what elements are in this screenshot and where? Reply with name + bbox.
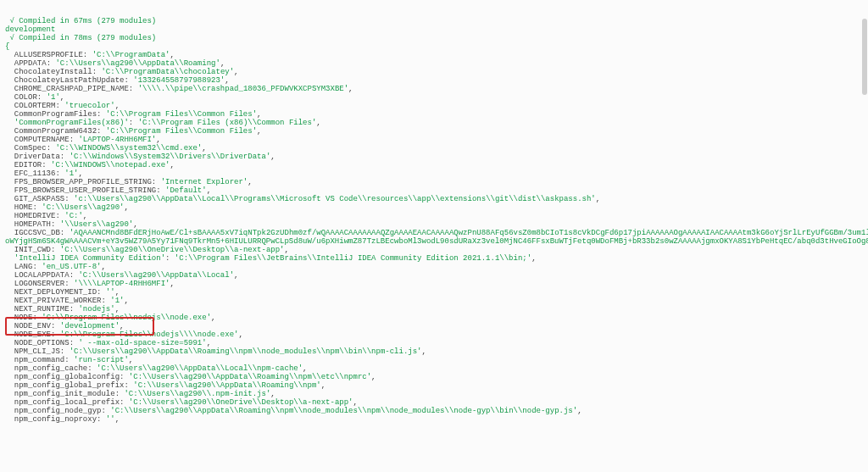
env-var-line: CommonProgramW6432: 'C:\\Program Files\\… [5, 127, 863, 136]
env-var-line: npm_config_cache: 'C:\\Users\\ag290\\App… [5, 364, 863, 373]
env-var-line: CHROME_CRASHPAD_PIPE_NAME: '\\\\.\\pipe\… [5, 85, 863, 93]
output-line: development [5, 25, 863, 34]
env-var-line: ChocolateyLastPathUpdate: '1332645587979… [5, 76, 863, 85]
compile-status-line: √ Compiled in 78ms (279 modules) [5, 34, 863, 42]
env-var-line: APPDATA: 'C:\\Users\\ag290\\AppData\\Roa… [5, 59, 863, 68]
env-var-line: COLORTERM: 'truecolor', [5, 102, 863, 110]
env-var-line: npm_config_node_gyp: 'C:\\Users\\ag290\\… [5, 407, 863, 415]
env-var-line: NEXT_PRIVATE_WORKER: '1', [5, 297, 863, 305]
env-var-line: NODE_EXE: 'C:\\Program Files\\nodejs\\\\… [5, 330, 863, 339]
env-var-line: LANG: 'en_US.UTF-8', [5, 263, 863, 271]
compile-status-line: √ Compiled in 67ms (279 modules) [5, 17, 863, 25]
env-var-line: NODE_ENV: 'development', [5, 322, 863, 330]
env-var-line: NEXT_RUNTIME: 'nodejs', [5, 305, 863, 314]
env-var-line: INIT_CWD: 'C:\\Users\\ag290\\OneDrive\\D… [5, 246, 863, 254]
env-var-line: COMPUTERNAME: 'LAPTOP-4RHH6MFI', [5, 136, 863, 144]
env-var-line: FPS_BROWSER_USER_PROFILE_STRING: 'Defaul… [5, 186, 863, 195]
env-var-line: npm_config_globalconfig: 'C:\\Users\\ag2… [5, 373, 863, 381]
scrollbar[interactable] [861, 0, 868, 472]
env-var-line: LOGONSERVER: '\\\\LAPTOP-4RHH6MFI', [5, 280, 863, 288]
env-var-line: 'CommonProgramFiles(x86)': 'C:\\Program … [5, 119, 863, 127]
env-var-line: GIT_ASKPASS: 'c:\\Users\\ag290\\AppData\… [5, 195, 863, 203]
env-var-line: 'IntelliJ IDEA Community Edition': 'C:\\… [5, 254, 863, 263]
env-var-line: NPM_CLI_JS: 'C:\\Users\\ag290\\AppData\\… [5, 347, 863, 356]
env-var-line: COLOR: '1', [5, 93, 863, 102]
env-var-line: ChocolateyInstall: 'C:\\ProgramData\\cho… [5, 68, 863, 76]
env-var-line: CommonProgramFiles: 'C:\\Program Files\\… [5, 110, 863, 119]
env-var-line: NODE_OPTIONS: ' --max-old-space-size=599… [5, 339, 863, 347]
env-var-line: NEXT_DEPLOYMENT_ID: '', [5, 288, 863, 297]
env-var-line: EFC_11136: '1', [5, 169, 863, 178]
env-var-line: HOME: 'C:\\Users\\ag290', [5, 203, 863, 212]
env-var-line: IGCCSVC_DB: 'AQAAANCMnd8BFdERjHoAwE/Cl+s… [5, 229, 863, 246]
env-var-line: ComSpec: 'C:\\WINDOWS\\system32\\cmd.exe… [5, 144, 863, 153]
env-var-line: FPS_BROWSER_APP_PROFILE_STRING: 'Interne… [5, 178, 863, 186]
env-var-line: HOMEDRIVE: 'C:', [5, 212, 863, 220]
scrollbar-thumb[interactable] [862, 19, 867, 95]
env-var-line: npm_config_global_prefix: 'C:\\Users\\ag… [5, 381, 863, 390]
env-var-line: EDITOR: 'C:\\WINDOWS\\notepad.exe', [5, 161, 863, 169]
env-var-line: ALLUSERSPROFILE: 'C:\\ProgramData', [5, 51, 863, 59]
env-var-line: npm_config_init_module: 'C:\\Users\\ag29… [5, 390, 863, 398]
env-var-line: NODE: 'C:\\Program Files\\nodejs\\node.e… [5, 314, 863, 322]
env-var-line: LOCALAPPDATA: 'C:\\Users\\ag290\\AppData… [5, 271, 863, 280]
env-var-line: HOMEPATH: '\\Users\\ag290', [5, 220, 863, 229]
terminal-output[interactable]: √ Compiled in 67ms (279 modules)developm… [0, 0, 868, 424]
env-var-line: npm_config_local_prefix: 'C:\\Users\\ag2… [5, 398, 863, 407]
env-var-line: npm_config_noproxy: '', [5, 415, 863, 424]
output-line: { [5, 42, 863, 51]
env-var-line: DriverData: 'C:\\Windows\\System32\\Driv… [5, 153, 863, 161]
env-var-line: npm_command: 'run-script', [5, 356, 863, 364]
